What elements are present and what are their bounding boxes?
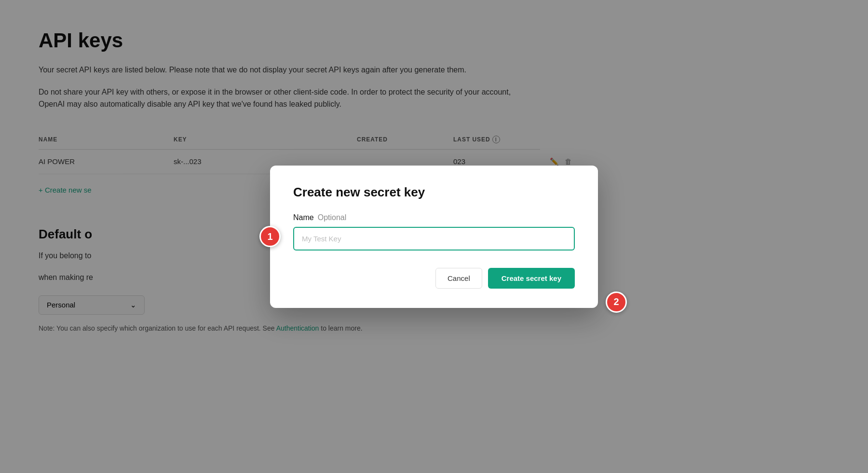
modal-actions: Cancel Create secret key 2: [293, 268, 575, 289]
create-secret-key-button[interactable]: Create secret key: [488, 268, 575, 289]
key-name-input[interactable]: [293, 227, 575, 250]
modal: 1 Create new secret key Name Optional Ca…: [270, 166, 598, 308]
field-optional-text: Optional: [318, 213, 347, 222]
modal-overlay: 1 Create new secret key Name Optional Ca…: [0, 0, 868, 473]
modal-title: Create new secret key: [293, 185, 575, 200]
annotation-badge-2: 2: [606, 292, 627, 313]
cancel-button[interactable]: Cancel: [435, 268, 482, 289]
field-label-text: Name: [293, 213, 314, 222]
name-field: Name Optional: [293, 213, 575, 250]
annotation-badge-1: 1: [259, 226, 281, 247]
